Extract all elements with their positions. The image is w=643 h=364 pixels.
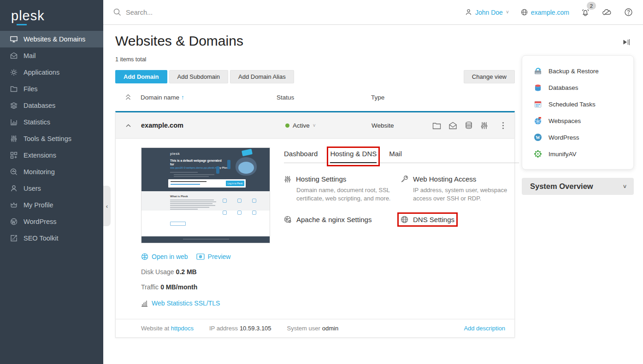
chevron-down-icon: ˅ — [506, 10, 509, 15]
sidebar-item-tools-settings[interactable]: Tools & Settings — [0, 130, 103, 147]
sidebar-item-wordpress[interactable]: WordPress — [0, 213, 103, 230]
feature-dns-settings: DNS Settings — [401, 216, 519, 225]
sidebar-item-statistics[interactable]: Statistics — [0, 114, 103, 130]
domain-name[interactable]: example.com — [141, 122, 277, 129]
open-in-web-label: Open in web — [152, 253, 188, 260]
web-statistics-link[interactable]: Web Statistics SSL/TLS — [141, 299, 270, 307]
sidebar-item-label: My Profile — [24, 201, 53, 209]
add-domain-alias-button[interactable]: Add Domain Alias — [230, 70, 294, 83]
mail-icon — [10, 52, 18, 59]
thumb-illustration — [232, 154, 260, 178]
collapse-row-button[interactable] — [116, 124, 141, 127]
sidebar-item-label: Users — [24, 185, 41, 192]
sidebar-item-files[interactable]: Files — [0, 81, 103, 97]
collapse-panel-button[interactable] — [522, 39, 634, 46]
search-input[interactable] — [126, 9, 264, 16]
external-chart-icon — [10, 235, 18, 242]
collapse-all-button[interactable] — [115, 94, 141, 100]
sidebar-item-websites-domains[interactable]: Websites & Domains — [0, 31, 103, 47]
sort-domain-name[interactable]: Domain name↑ — [141, 94, 277, 101]
imunify-icon — [534, 150, 542, 158]
gear-icon — [10, 69, 18, 76]
domain-card-footer: Website at httpdocs IP address10.59.3.10… — [116, 319, 514, 337]
wordpress-link[interactable]: W WordPress — [522, 129, 633, 146]
thumb-header: plesk This is a default webpage generate… — [142, 148, 270, 191]
system-user: System userodmin — [287, 325, 339, 332]
wordpress-icon — [10, 218, 18, 225]
notifications-button[interactable]: 2 — [581, 8, 590, 17]
thumb-plesk-logo: plesk — [170, 152, 180, 156]
key-icon — [401, 175, 408, 183]
sidebar-item-mail[interactable]: Mail — [0, 47, 103, 64]
imunifyav-link[interactable]: ImunifyAV — [522, 146, 633, 162]
thumb-person — [216, 166, 219, 174]
site-preview-thumbnail[interactable]: plesk This is a default webpage generate… — [141, 147, 270, 243]
apache-nginx-settings-link[interactable]: Apache & nginx Settings — [284, 216, 401, 223]
sidebar-item-applications[interactable]: Applications — [0, 64, 103, 81]
sidebar-item-databases[interactable]: Databases — [0, 97, 103, 114]
user-name: John Doe — [475, 9, 503, 16]
tab-hosting-dns[interactable]: Hosting & DNS — [330, 150, 377, 163]
add-subdomain-button[interactable]: Add Subdomain — [169, 70, 229, 83]
mail-icon[interactable] — [448, 122, 457, 129]
sidebar-item-extensions[interactable]: Extensions — [0, 147, 103, 164]
tab-dashboard[interactable]: Dashboard — [284, 150, 318, 163]
domain-list-header: Domain name↑ Status Type — [115, 83, 515, 111]
dns-settings-link[interactable]: DNS Settings — [401, 216, 454, 223]
cloud-status-button[interactable] — [602, 9, 612, 16]
system-overview-panel[interactable]: System Overview ˅ — [522, 178, 634, 195]
files-icon[interactable] — [432, 122, 441, 129]
tab-mail[interactable]: Mail — [389, 150, 402, 163]
more-actions-menu[interactable] — [502, 122, 504, 129]
search-icon — [113, 8, 121, 16]
sidebar-item-label: Mail — [24, 52, 36, 59]
database-icon[interactable] — [465, 121, 473, 129]
scheduled-tasks-link[interactable]: Scheduled Tasks — [522, 96, 633, 112]
status-dropdown[interactable]: Active ˅ — [277, 122, 372, 129]
monitor-icon — [10, 35, 18, 43]
domain-tabs: Dashboard Hosting & DNS Mail — [284, 147, 519, 163]
sidebar-item-my-profile[interactable]: My Profile — [0, 197, 103, 213]
bar-chart-icon — [141, 300, 148, 307]
status-label: Active — [293, 122, 310, 129]
web-statistics-label: Web Statistics SSL/TLS — [152, 299, 220, 307]
status-dot — [285, 123, 289, 128]
sidebar-item-seo-toolkit[interactable]: SEO Toolkit — [0, 230, 103, 247]
sidebar-item-label: Websites & Domains — [24, 35, 85, 43]
eye-icon — [196, 253, 205, 260]
globe-gear-icon — [284, 216, 292, 223]
change-view-button[interactable]: Change view — [464, 70, 515, 83]
help-button[interactable] — [624, 8, 633, 17]
preview-link[interactable]: Preview — [196, 253, 231, 260]
webspaces-link[interactable]: Webspaces — [522, 112, 633, 129]
traffic: Traffic0 MB/month — [141, 283, 270, 291]
sidebar-item-users[interactable]: Users — [0, 180, 103, 197]
shortcut-label: Scheduled Tasks — [549, 101, 596, 108]
shortcut-label: Webspaces — [549, 117, 581, 124]
sidebar-item-monitoring[interactable]: Monitoring — [0, 164, 103, 180]
open-in-web-link[interactable]: Open in web — [141, 253, 188, 260]
web-hosting-access-link[interactable]: Web Hosting Access — [401, 175, 519, 183]
current-domain[interactable]: example.com — [521, 9, 569, 16]
sidebar: plesk Websites & Domains Mail Applicatio… — [0, 0, 103, 364]
settings-sliders-icon[interactable] — [480, 122, 488, 129]
hosting-settings-link[interactable]: Hosting Settings — [284, 175, 401, 183]
user-menu[interactable]: John Doe ˅ — [465, 9, 509, 16]
items-total: 1 items total — [115, 56, 515, 63]
sidebar-collapse-handle[interactable]: ‹ — [103, 186, 111, 226]
backup-restore-icon — [534, 67, 542, 75]
column-header-type[interactable]: Type — [371, 94, 515, 101]
add-domain-button[interactable]: Add Domain — [115, 70, 167, 83]
databases-link[interactable]: Databases — [522, 79, 633, 96]
httpdocs-link[interactable]: httpdocs — [171, 325, 194, 332]
calendar-icon — [534, 100, 542, 108]
backup-restore-link[interactable]: Backup & Restore — [522, 63, 633, 79]
domain-card: example.com Active ˅ Website — [115, 111, 515, 338]
feature-web-hosting-access: Web Hosting Access IP address, system us… — [401, 175, 519, 203]
question-circle-icon — [624, 8, 633, 17]
sidebar-item-label: Databases — [24, 102, 55, 109]
column-header-status[interactable]: Status — [277, 94, 371, 101]
add-description-link[interactable]: Add description — [464, 325, 505, 332]
shortcut-label: ImunifyAV — [549, 151, 577, 158]
ip-address: IP address10.59.3.105 — [209, 325, 271, 332]
